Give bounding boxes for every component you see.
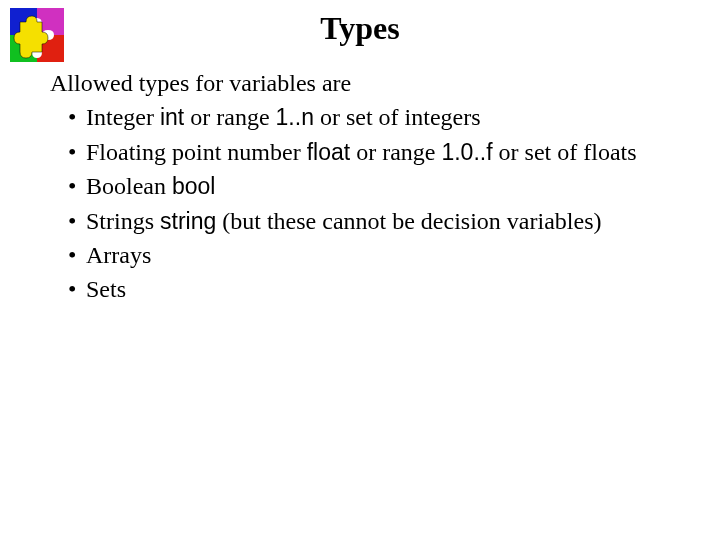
type-list: Integer int or range 1..n or set of inte…	[50, 101, 670, 305]
list-item-string: Strings string (but these cannot be deci…	[68, 205, 670, 237]
slide-title: Types	[0, 0, 720, 67]
code: bool	[172, 173, 215, 199]
text: Arrays	[86, 242, 151, 268]
text: or set of integers	[314, 104, 481, 130]
list-item-bool: Boolean bool	[68, 170, 670, 202]
text: Sets	[86, 276, 126, 302]
list-item-sets: Sets	[68, 273, 670, 305]
text: Floating point number	[86, 139, 307, 165]
list-item-integer: Integer int or range 1..n or set of inte…	[68, 101, 670, 133]
list-item-float: Floating point number float or range 1.0…	[68, 136, 670, 168]
list-item-arrays: Arrays	[68, 239, 670, 271]
slide-body: Allowed types for variables are Integer …	[0, 67, 720, 306]
code: 1.0..f	[441, 139, 492, 165]
text: Boolean	[86, 173, 172, 199]
code: int	[160, 104, 184, 130]
intro-text: Allowed types for variables are	[50, 67, 670, 99]
code: 1..n	[276, 104, 314, 130]
text: or range	[350, 139, 441, 165]
text: or range	[184, 104, 275, 130]
code: float	[307, 139, 350, 165]
text: Strings	[86, 208, 160, 234]
puzzle-logo-icon	[10, 8, 64, 62]
text: (but these cannot be decision variables)	[216, 208, 601, 234]
code: string	[160, 208, 216, 234]
text: Integer	[86, 104, 160, 130]
text: or set of floats	[493, 139, 637, 165]
